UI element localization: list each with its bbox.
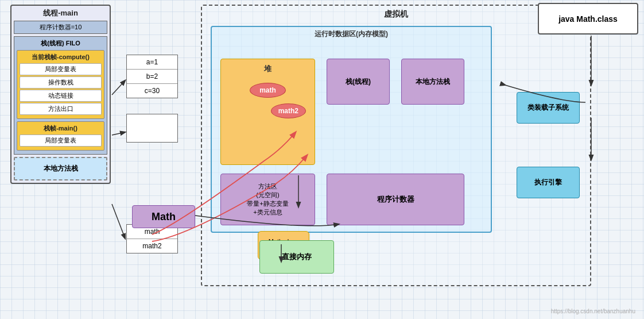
compute-item-0: 局部变量表	[20, 63, 102, 75]
heap-label: 堆	[264, 64, 271, 74]
jvm-title: 虚拟机	[202, 6, 590, 23]
compute-frame: 当前栈帧-compute() 局部变量表 操作数栈 动态链接 方法出口	[17, 50, 104, 119]
diagram-container: 线程-main 程序计数器=10 栈(线程) FILO 当前栈帧-compute…	[0, 0, 644, 319]
thread-main-box: 线程-main 程序计数器=10 栈(线程) FILO 当前栈帧-compute…	[10, 5, 111, 184]
compute-item-2: 动态链接	[20, 90, 102, 102]
method-area-label: 方法区 (元空间) 带量+静态变量 +类元信息	[247, 182, 288, 217]
main-frame-title: 栈帧-main()	[20, 124, 102, 133]
compute-item-1: 操作数栈	[20, 76, 102, 89]
thread-main-title: 线程-main	[14, 8, 107, 18]
program-counter-label: 程序计数器=10	[14, 21, 107, 34]
main-frame: 栈帧-main() 局部变量表	[17, 121, 104, 151]
empty-box-mid	[126, 114, 178, 143]
stack-filo-box: 栈(线程) FILO 当前栈帧-compute() 局部变量表 操作数栈 动态链…	[14, 36, 107, 155]
runtime-title: 运行时数据区(内存模型)	[212, 27, 491, 41]
jvm-stack-thread: 栈(线程)	[327, 59, 390, 105]
vars-bottom-box: math math2	[126, 224, 178, 253]
heap-math2-oval: math2	[271, 103, 306, 118]
var-a: a=1	[127, 55, 177, 70]
compute-frame-title: 当前栈帧-compute()	[20, 53, 102, 62]
java-math-class-box: java Math.class	[538, 3, 638, 34]
native-method-stack: 本地方法栈	[14, 157, 107, 180]
runtime-area: 运行时数据区(内存模型) 堆 math math2 栈(线程) 本地方法栈 方法…	[211, 26, 492, 233]
var-c: c=30	[127, 84, 177, 98]
math-label: Math	[132, 205, 195, 228]
heap-box: 堆 math math2	[220, 59, 315, 165]
watermark: https://blog.csdn.net/banzhuanhu	[551, 308, 635, 314]
class-loader-box: 类装载子系统	[517, 92, 580, 124]
var-math2: math2	[127, 239, 177, 253]
heap-math-oval: math	[250, 83, 286, 98]
method-area: 方法区 (元空间) 带量+静态变量 +类元信息	[220, 174, 315, 225]
vars-top-box: a=1 b=2 c=30	[126, 55, 178, 98]
var-b: b=2	[127, 70, 177, 84]
compute-item-3: 方法出口	[20, 103, 102, 115]
stack-filo-title: 栈(线程) FILO	[17, 39, 104, 48]
direct-memory: 直接内存	[259, 240, 334, 274]
main-frame-item-0: 局部变量表	[20, 134, 102, 147]
jvm-native-method: 本地方法栈	[401, 59, 464, 105]
prog-counter-jvm: 程序计数器	[327, 174, 464, 225]
jvm-box: 虚拟机 运行时数据区(内存模型) 堆 math math2 栈(线程) 本地方法…	[201, 5, 591, 286]
exec-engine-box: 执行引擎	[517, 167, 580, 198]
